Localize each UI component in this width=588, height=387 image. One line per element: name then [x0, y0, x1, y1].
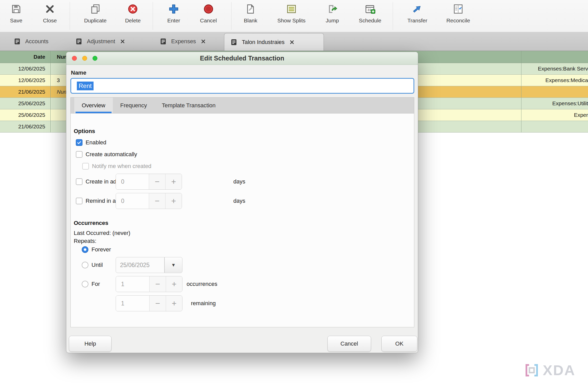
column-header-date[interactable]: Date [0, 51, 51, 63]
toolbar-item-label: Save [10, 17, 22, 24]
show-splits-icon [285, 3, 298, 15]
schedule-icon: 31 [364, 3, 376, 15]
tab-label: Expenses [171, 38, 196, 45]
tab-label: Template Transaction [162, 102, 216, 109]
account-cell [521, 86, 588, 98]
tab-accounts[interactable]: Accounts [8, 32, 59, 51]
create-in-advance-checkbox[interactable] [76, 178, 82, 185]
for-radio[interactable] [82, 281, 88, 287]
transfer-button[interactable]: Transfer [407, 3, 427, 30]
until-label: Until [91, 261, 103, 269]
selected-text: Rent [77, 82, 94, 90]
cancel-button[interactable]: Cancel [200, 3, 217, 30]
column-header-account[interactable] [521, 51, 588, 63]
for-label: For [91, 280, 100, 288]
decrement-icon[interactable]: − [149, 193, 165, 209]
until-date-value: 25/06/2025 [120, 262, 150, 269]
remind-in-advance-checkbox[interactable] [76, 198, 82, 204]
delete-button[interactable]: Delete [125, 3, 141, 30]
blank-button[interactable]: Blank [244, 3, 258, 30]
toolbar-item-label: Show Splits [277, 17, 306, 24]
close-window-icon[interactable] [72, 56, 77, 61]
create-in-advance-spinner[interactable]: 0 − + [116, 174, 182, 190]
tab-label: Accounts [25, 38, 49, 45]
remind-in-advance-spinner[interactable]: 0 − + [116, 193, 182, 209]
tab-label: Frequency [120, 102, 147, 109]
close-button[interactable]: Close [43, 3, 57, 30]
tab-bar: Accounts Adjustment Expenses Talon Indus… [0, 32, 588, 51]
account-cell: Expenses:Medica [521, 75, 588, 86]
decrement-icon[interactable]: − [149, 296, 166, 311]
options-heading: Options [74, 128, 95, 135]
toolbar-item-label: Close [43, 17, 57, 24]
enter-button[interactable]: Enter [167, 3, 180, 30]
name-input[interactable]: Rent [70, 78, 414, 94]
occurrences-heading: Occurrences [74, 220, 108, 226]
toolbar-item-label: Schedule [359, 17, 381, 24]
for-occurrences-spinner[interactable]: 1 − + [116, 276, 182, 292]
spinner-value: 0 [116, 193, 149, 209]
tab-close-icon[interactable] [200, 38, 207, 45]
decrement-icon[interactable]: − [149, 276, 166, 292]
account-cell: Expenses:Bank Serv [521, 63, 588, 74]
days-label: days [233, 197, 245, 205]
remaining-spinner[interactable]: 1 − + [116, 295, 182, 311]
tab-close-icon[interactable] [119, 38, 126, 45]
enabled-checkbox[interactable] [76, 139, 82, 146]
increment-icon[interactable]: + [166, 276, 182, 292]
ok-button[interactable]: OK [381, 336, 417, 352]
register-icon [75, 38, 83, 45]
until-radio[interactable] [82, 262, 88, 268]
svg-text:31: 31 [367, 8, 371, 12]
duplicate-icon [89, 3, 102, 15]
transfer-icon [411, 3, 424, 15]
dialog-titlebar[interactable]: Edit Scheduled Transaction [66, 52, 418, 65]
jump-button[interactable]: Jump [326, 3, 339, 30]
increment-icon[interactable]: + [165, 193, 182, 209]
until-date-input[interactable]: 25/06/2025 [116, 257, 164, 273]
window-controls [72, 56, 97, 61]
delete-icon [126, 3, 139, 15]
notify-checkbox[interactable] [82, 163, 89, 170]
name-label: Name [71, 69, 86, 76]
zoom-window-icon[interactable] [93, 56, 97, 61]
last-occurred-label: Last Occurred: (never) [74, 230, 130, 237]
cancel-button[interactable]: Cancel [327, 336, 371, 352]
show-splits-button[interactable]: Show Splits [277, 3, 306, 30]
spinner-value: 1 [116, 276, 149, 292]
button-label: Cancel [341, 340, 358, 347]
decrement-icon[interactable]: − [149, 174, 165, 189]
duplicate-button[interactable]: Duplicate [84, 3, 107, 30]
schedule-button[interactable]: 31 Schedule [359, 3, 381, 30]
date-cell: 25/06/2025 [0, 98, 51, 109]
toolbar-item-label: Enter [167, 17, 180, 24]
tab-template-transaction[interactable]: Template Transaction [154, 98, 223, 113]
save-button[interactable]: Save [10, 3, 23, 30]
toolbar-separator [393, 2, 393, 30]
enabled-label: Enabled [86, 139, 106, 146]
jump-icon [326, 3, 339, 15]
tab-overview[interactable]: Overview [74, 98, 113, 113]
main-toolbar: Save Close Duplicate Delete Enter Cancel… [0, 0, 588, 32]
watermark-text: XDA [543, 362, 575, 379]
create-automatically-checkbox[interactable] [76, 151, 82, 158]
tab-talon-industraies[interactable]: Talon Industraies [224, 33, 324, 51]
date-cell: 21/06/2025 [0, 121, 51, 132]
minimize-window-icon[interactable] [82, 56, 87, 61]
tab-adjustment[interactable]: Adjustment [69, 32, 135, 51]
repeats-label: Repeats: [74, 238, 96, 245]
tab-close-icon[interactable] [289, 39, 295, 46]
account-cell: Exper [521, 109, 588, 121]
forever-radio[interactable] [82, 246, 88, 253]
tab-expenses[interactable]: Expenses [154, 32, 212, 51]
increment-icon[interactable]: + [165, 174, 182, 189]
register-icon [159, 38, 167, 45]
button-label: Help [84, 340, 96, 347]
date-cell: 12/06/2025 [0, 63, 51, 74]
tab-frequency[interactable]: Frequency [113, 98, 154, 113]
increment-icon[interactable]: + [166, 296, 182, 311]
reconcile-button[interactable]: Reconcile [446, 3, 470, 30]
help-button[interactable]: Help [69, 336, 112, 352]
until-date-dropdown-button[interactable]: ▼ [164, 257, 182, 273]
tab-label: Adjustment [87, 38, 115, 45]
